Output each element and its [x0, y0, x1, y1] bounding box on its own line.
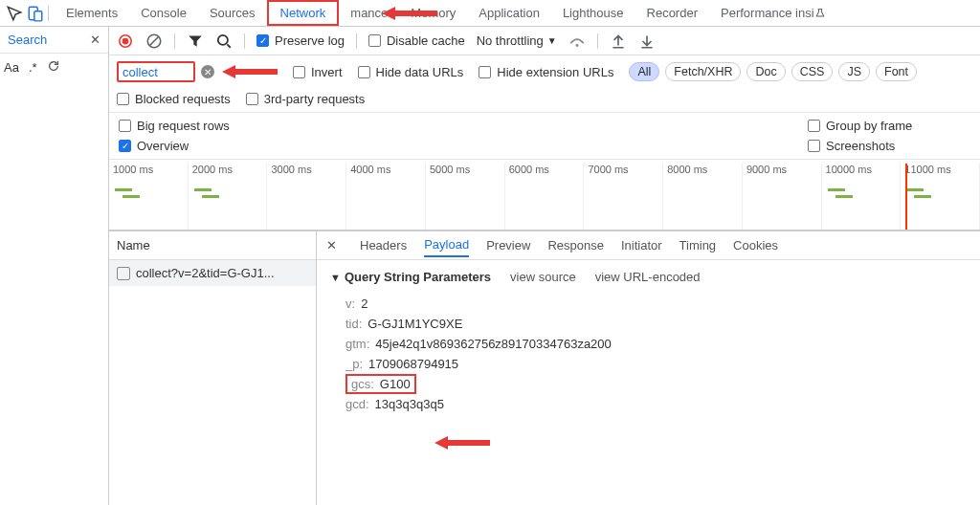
svg-marker-2	[382, 7, 437, 20]
inspect-icon[interactable]	[6, 5, 23, 22]
big-rows-checkbox[interactable]: Big request rows	[119, 119, 808, 133]
annotation-arrow	[434, 435, 490, 450]
timeline-tick: 9000 ms	[743, 164, 822, 230]
tab-elements[interactable]: Elements	[55, 0, 129, 26]
timeline-tick: 3000 ms	[267, 164, 346, 230]
timeline-tick: 1000 ms	[109, 164, 189, 230]
svg-line-8	[227, 44, 230, 47]
filter-input-wrap	[117, 61, 195, 82]
timeline-tick: 7000 ms	[584, 164, 663, 230]
record-icon[interactable]	[117, 33, 134, 50]
type-pill-doc[interactable]: Doc	[746, 62, 785, 81]
request-name: collect?v=2&tid=G-GJ1...	[136, 266, 275, 280]
third-party-checkbox[interactable]: 3rd-party requests	[246, 92, 366, 106]
upload-icon[interactable]	[610, 33, 627, 50]
filter-icon[interactable]	[187, 33, 204, 50]
annotation-arrow	[382, 6, 437, 21]
timeline-tick: 2000 ms	[189, 164, 268, 230]
close-detail-icon[interactable]: ✕	[326, 238, 337, 252]
refresh-icon[interactable]	[47, 59, 60, 76]
detail-tab-initiator[interactable]: Initiator	[621, 238, 662, 252]
disable-cache-checkbox[interactable]: Disable cache	[368, 33, 465, 48]
tab-performance-insi[interactable]: Performance insi	[709, 0, 837, 26]
view-url-encoded-link[interactable]: view URL-encoded	[595, 270, 701, 284]
filter-bar: ✕ Invert Hide data URLs Hide extension U…	[109, 55, 980, 113]
network-conditions-icon[interactable]	[568, 33, 586, 50]
timeline-tick: 4000 ms	[346, 164, 426, 230]
type-pill-css[interactable]: CSS	[791, 62, 834, 81]
type-pill-all[interactable]: All	[629, 62, 659, 81]
timeline-tick: 5000 ms	[426, 164, 505, 230]
tab-recorder[interactable]: Recorder	[635, 0, 709, 26]
detail-tab-headers[interactable]: Headers	[360, 238, 407, 252]
tab-sources[interactable]: Sources	[198, 0, 267, 26]
type-pill-js[interactable]: JS	[838, 62, 870, 81]
timeline-tick: 8000 ms	[663, 164, 743, 230]
overview-checkbox[interactable]: ✓Overview	[119, 139, 808, 153]
clear-filter-icon[interactable]: ✕	[201, 65, 214, 78]
filter-input[interactable]	[122, 65, 189, 79]
search-icon[interactable]	[215, 33, 233, 50]
svg-line-6	[150, 36, 159, 45]
preserve-log-checkbox[interactable]: ✓Preserve log	[256, 33, 345, 48]
detail-tabs: ✕ HeadersPayloadPreviewResponseInitiator…	[317, 231, 980, 260]
type-pill-fetch-xhr[interactable]: Fetch/XHR	[665, 62, 741, 81]
timeline-tick: 6000 ms	[505, 164, 585, 230]
svg-point-4	[122, 37, 129, 44]
svg-marker-11	[434, 436, 490, 450]
svg-marker-10	[222, 65, 278, 78]
annotation-arrow	[222, 64, 278, 79]
view-options-row: Big request rows ✓Overview Group by fram…	[109, 113, 980, 160]
query-param: tid:G-GJ1M1YC9XE	[345, 314, 951, 334]
tab-console[interactable]: Console	[129, 0, 198, 26]
svg-point-7	[218, 34, 228, 44]
query-param: _p:1709068794915	[345, 354, 951, 374]
search-title: Search	[8, 33, 47, 47]
query-param: gcd:13q3q3q3q5	[345, 394, 951, 414]
view-source-link[interactable]: view source	[510, 270, 576, 284]
close-icon[interactable]: ✕	[90, 33, 100, 47]
screenshots-checkbox[interactable]: Screenshots	[808, 139, 970, 153]
detail-tab-response[interactable]: Response	[547, 238, 604, 252]
timeline-tick: 11000 ms	[901, 164, 980, 230]
overview-timeline[interactable]: 1000 ms2000 ms3000 ms4000 ms5000 ms6000 …	[109, 160, 980, 231]
throttling-select[interactable]: No throttling▼	[477, 33, 557, 48]
tab-network[interactable]: Network	[267, 0, 340, 26]
tab-lighthouse[interactable]: Lighthouse	[551, 0, 635, 26]
tab-application[interactable]: Application	[467, 0, 551, 26]
group-by-frame-checkbox[interactable]: Group by frame	[808, 119, 970, 133]
svg-rect-1	[34, 11, 42, 20]
request-row[interactable]: collect?v=2&tid=G-GJ1...	[109, 260, 316, 286]
hide-extension-urls-checkbox[interactable]: Hide extension URLs	[479, 65, 613, 79]
download-icon[interactable]	[638, 33, 656, 50]
clear-icon[interactable]	[145, 33, 163, 50]
devtools-topbar: ElementsConsoleSourcesNetworkmanceMemory…	[0, 0, 980, 27]
query-param: gcs:G100	[345, 374, 416, 394]
svg-point-9	[575, 44, 578, 47]
timeline-tick: 10000 ms	[822, 164, 902, 230]
type-pill-font[interactable]: Font	[876, 62, 917, 81]
query-param: v:2	[345, 294, 951, 314]
search-sidebar: Search ✕ Aa .*	[0, 27, 109, 505]
device-icon[interactable]	[27, 5, 44, 22]
detail-tab-cookies[interactable]: Cookies	[733, 238, 778, 252]
section-title[interactable]: ▼Query String Parameters	[330, 270, 491, 284]
invert-checkbox[interactable]: Invert	[293, 65, 343, 79]
network-toolbar: ✓Preserve log Disable cache No throttlin…	[109, 27, 980, 55]
file-icon	[117, 267, 130, 280]
name-column-header[interactable]: Name	[109, 231, 316, 260]
regex-icon[interactable]: .*	[29, 60, 37, 75]
blocked-requests-checkbox[interactable]: Blocked requests	[117, 92, 231, 106]
detail-tab-timing[interactable]: Timing	[679, 238, 717, 252]
query-param: gtm:45je42q1v869362756z89170334763za200	[345, 334, 951, 354]
detail-tab-preview[interactable]: Preview	[486, 238, 530, 252]
hide-data-urls-checkbox[interactable]: Hide data URLs	[358, 65, 464, 79]
match-case-icon[interactable]: Aa	[4, 60, 19, 75]
detail-tab-payload[interactable]: Payload	[424, 237, 469, 257]
